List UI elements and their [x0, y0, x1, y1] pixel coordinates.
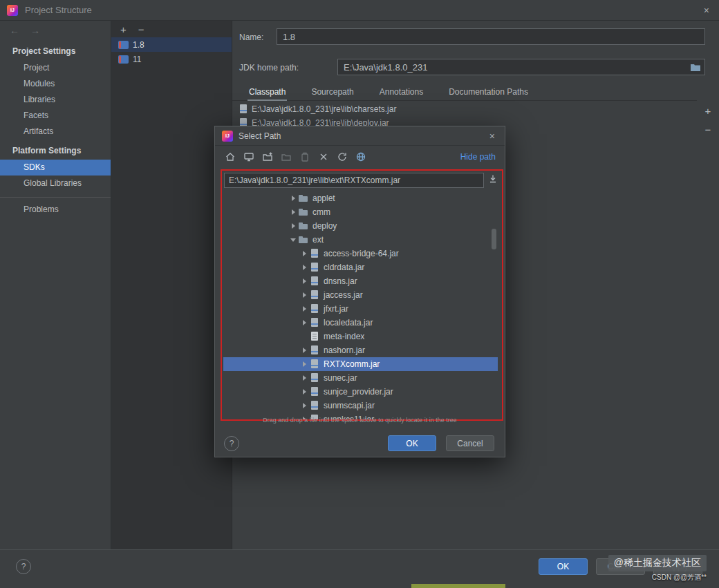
expand-arrow-icon[interactable] — [290, 236, 298, 244]
sdk-name: 11 — [133, 55, 141, 64]
tree-item[interactable]: access-bridge-64.jar — [223, 247, 498, 260]
sdk-name-input[interactable] — [277, 28, 705, 45]
tree-item-label: localedata.jar — [324, 318, 373, 328]
tree-item[interactable]: deploy — [223, 219, 498, 233]
help-button[interactable]: ? — [16, 559, 31, 574]
cancel-button[interactable]: Cancel — [596, 558, 645, 575]
expand-arrow-icon[interactable] — [290, 222, 298, 230]
tree-item[interactable]: applet — [223, 191, 498, 205]
remove-sdk-icon[interactable]: − — [138, 23, 144, 35]
tree-item[interactable]: sunjce_provider.jar — [223, 385, 498, 399]
jar-file-icon — [239, 104, 248, 114]
footer-buttons: OK Cancel Apply — [539, 558, 702, 575]
sidebar-item[interactable]: Facets — [0, 108, 111, 124]
tree-item[interactable]: jaccess.jar — [223, 288, 498, 302]
sdk-list-toolbar: + − — [111, 21, 232, 37]
sidebar-item-label: Facets — [24, 111, 48, 120]
expand-arrow-icon[interactable] — [301, 305, 309, 313]
home-icon[interactable] — [224, 151, 236, 163]
expand-arrow-icon[interactable] — [290, 194, 298, 202]
tree-item[interactable]: dnsns.jar — [223, 274, 498, 288]
back-icon[interactable]: ← — [10, 25, 19, 36]
sidebar-item[interactable]: Modules — [0, 76, 111, 92]
tree-item[interactable]: cldrdata.jar — [223, 260, 498, 274]
remove-jar-icon[interactable]: − — [705, 125, 711, 135]
sidebar-item[interactable]: Libraries — [0, 92, 111, 108]
expand-arrow-icon[interactable] — [301, 249, 309, 258]
tree-item[interactable]: ext — [223, 233, 498, 247]
tab[interactable]: Documentation Paths — [449, 83, 528, 100]
expand-arrow-icon[interactable] — [301, 319, 309, 327]
desktop-icon[interactable] — [243, 151, 255, 163]
sidebar-item-label: SDKs — [24, 162, 45, 172]
tree-item[interactable]: RXTXcomm.jar — [223, 357, 498, 371]
tree-item[interactable]: meta-index — [223, 330, 498, 343]
tree-scrollbar[interactable] — [492, 229, 496, 249]
jdk-home-path-input[interactable] — [337, 59, 705, 75]
jar-list-item[interactable]: E:\Java\jdk1.8.0_231\jre\lib\charsets.ja… — [232, 102, 697, 116]
delete-icon[interactable] — [317, 151, 330, 163]
dialog-help-button[interactable]: ? — [224, 436, 239, 451]
window-close-icon[interactable]: × — [701, 5, 712, 16]
expand-arrow-icon[interactable] — [301, 291, 309, 299]
expand-arrow-icon[interactable] — [301, 360, 309, 368]
add-jar-icon[interactable]: + — [705, 106, 711, 116]
project-settings-list: Project Modules Libraries Facets Artifac… — [0, 60, 111, 140]
tree-item[interactable]: sunec.jar — [223, 371, 498, 385]
expand-arrow-icon[interactable] — [301, 388, 309, 396]
expand-arrow-icon[interactable] — [301, 277, 309, 285]
expand-arrow-icon[interactable] — [290, 208, 298, 216]
tab-label: Documentation Paths — [449, 87, 528, 97]
sidebar-item[interactable]: Project — [0, 60, 111, 76]
dialog-cancel-button[interactable]: Cancel — [446, 435, 494, 451]
tree-item-icon — [309, 276, 320, 287]
expand-arrow-icon[interactable] — [301, 263, 309, 272]
browse-folder-icon[interactable] — [690, 62, 701, 72]
tree-item[interactable]: nashorn.jar — [223, 343, 498, 357]
tree-item-icon — [298, 234, 309, 245]
dialog-buttons: OK Cancel — [388, 435, 494, 451]
selected-path-input[interactable] — [224, 173, 484, 188]
tree-item[interactable]: jfxrt.jar — [223, 302, 498, 316]
expand-arrow-icon[interactable] — [301, 415, 309, 419]
tree-item[interactable]: cmm — [223, 205, 498, 219]
expand-arrow-icon[interactable] — [301, 374, 309, 382]
tree-item[interactable]: sunpkcs11.jar — [223, 412, 498, 419]
tab[interactable]: Sourcepath — [311, 83, 353, 100]
add-sdk-icon[interactable]: + — [120, 23, 127, 35]
web-icon[interactable] — [355, 151, 367, 163]
download-icon[interactable] — [487, 173, 500, 186]
tab[interactable]: Annotations — [380, 83, 423, 100]
expand-arrow-icon[interactable] — [301, 346, 309, 354]
select-path-dialog: IJ Select Path × — [214, 126, 505, 457]
ok-button[interactable]: OK — [539, 558, 588, 575]
apply-button[interactable]: Apply — [653, 558, 702, 575]
tree-item[interactable]: localedata.jar — [223, 316, 498, 330]
dialog-ok-button[interactable]: OK — [388, 435, 436, 451]
hide-path-link[interactable]: Hide path — [460, 152, 496, 162]
tree-item[interactable]: sunmscapi.jar — [223, 399, 498, 412]
sdk-list-item[interactable]: 11 — [111, 52, 232, 66]
sdk-name: 1.8 — [133, 40, 144, 50]
tab[interactable]: Classpath — [249, 83, 286, 100]
forward-icon[interactable]: → — [30, 25, 40, 36]
sidebar-item[interactable]: SDKs — [0, 160, 111, 176]
sidebar-item[interactable]: Problems — [0, 202, 111, 218]
new-folder-icon[interactable] — [261, 151, 274, 163]
tree-item-icon — [309, 372, 320, 383]
expand-arrow-icon[interactable] — [301, 401, 309, 410]
sidebar-item[interactable]: Global Libraries — [0, 176, 111, 191]
folder-icon — [280, 151, 292, 163]
expand-arrow-icon[interactable] — [301, 332, 309, 341]
refresh-icon[interactable] — [336, 151, 348, 163]
jar-list-toolbar: + − — [697, 101, 719, 549]
sidebar-item-label: Project — [24, 63, 49, 73]
tree-item-icon — [309, 386, 320, 397]
tree-item-label: cmm — [312, 207, 330, 217]
sdk-list-item[interactable]: 1.8 — [111, 37, 232, 52]
tree-item-label: ext — [312, 235, 324, 245]
sidebar-item[interactable]: Artifacts — [0, 124, 111, 140]
sdk-icon — [118, 41, 129, 49]
jdk-home-path-label: JDK home path: — [239, 63, 299, 73]
select-path-close-icon[interactable]: × — [487, 131, 498, 142]
